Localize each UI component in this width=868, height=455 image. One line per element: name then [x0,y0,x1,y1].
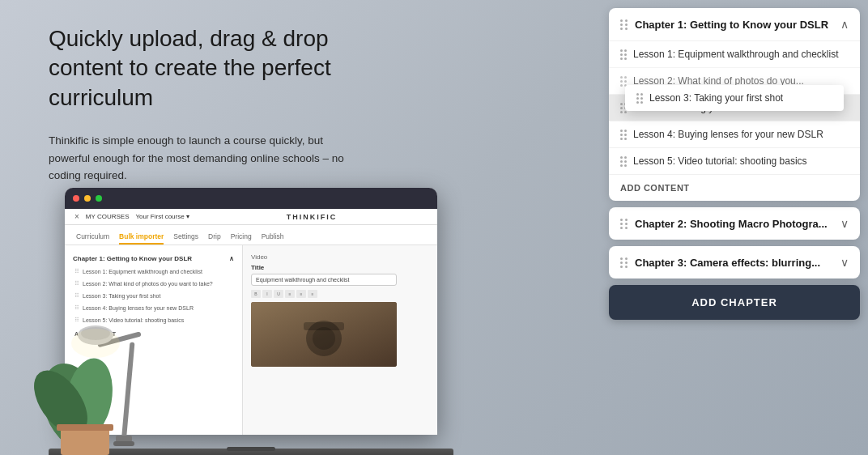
lesson-5-drag [620,156,627,167]
lesson-4-drag [620,130,627,140]
toolbar-btn-6[interactable]: ≡ [308,290,317,298]
headline: Quickly upload, drag & drop content to c… [49,24,356,113]
toolbar-btn-3[interactable]: U [274,290,283,298]
drag-icon-1: ⠿ [74,268,79,275]
thinkific-logo: THINKIFIC [196,213,428,221]
screen-close-icon[interactable]: × [74,212,79,221]
toolbar-btn-2[interactable]: I [262,290,272,298]
chapter-2-card: Chapter 2: Shooting Macro Photogra... ∨ [609,207,860,240]
chapter-3-chevron[interactable]: ∨ [840,256,849,269]
toolbar-btn-5[interactable]: ≡ [296,290,306,298]
lesson-3-drag-floating [636,93,643,104]
svg-rect-9 [121,342,134,439]
lesson-4-item[interactable]: Lesson 4: Buying lenses for your new DSL… [609,121,860,147]
screen-chapter-header: Chapter 1: Getting to Know your DSLR ∧ [71,252,236,266]
chapter-1-title: Chapter 1: Getting to Know your DSLR [635,19,834,31]
screen-chapter-title: Chapter 1: Getting to Know your DSLR [73,255,192,262]
screen-video-label: Video [251,253,429,261]
screen-nav: × MY COURSES Your First course ▾ THINKIF… [65,209,437,225]
svg-rect-8 [57,424,113,431]
svg-rect-7 [61,427,109,455]
lesson-1-drag [620,49,627,60]
drag-dots-3 [620,257,628,268]
tab-publish[interactable]: Publish [262,230,284,245]
chapter-3-header[interactable]: Chapter 3: Camera effects: blurring... ∨ [609,246,860,279]
lamp-plant-decoration [24,277,170,455]
placeholder-svg [251,302,397,367]
svg-rect-15 [113,441,134,446]
chapter-2-title: Chapter 2: Shooting Macro Photogra... [635,218,834,230]
screen-editor-panel: Video Title Equipment walkthrough and ch… [243,245,437,435]
screen-image-placeholder [251,302,397,367]
chapter-3-drag-handle[interactable] [620,257,628,268]
chapter-2-drag-handle[interactable] [620,219,628,229]
tab-drip[interactable]: Drip [208,230,221,245]
dot-green [96,195,102,202]
chapter-3-card: Chapter 3: Camera effects: blurring... ∨ [609,246,860,279]
screen-breadcrumb-prefix: MY COURSES [86,213,130,220]
chapter-1-drag-handle[interactable] [620,19,628,30]
laptop-notch [227,447,275,451]
tab-curriculum[interactable]: Curriculum [76,230,109,245]
svg-rect-14 [116,436,132,442]
screen-toolbar: B I U ≡ ≡ ≡ [251,290,429,298]
toolbar-btn-4[interactable]: ≡ [285,290,295,298]
screen-tabs: Curriculum Bulk importer Settings Drip P… [65,225,437,245]
lesson-3-floating-text: Lesson 3: Taking your first shot [649,92,783,104]
left-content-area: Quickly upload, drag & drop content to c… [49,24,356,185]
add-content-button[interactable]: ADD CONTENT [609,174,860,201]
screen-title-label: Title [251,264,429,271]
dot-yellow [84,195,91,202]
svg-rect-3 [304,322,344,330]
tab-pricing[interactable]: Pricing [231,230,252,245]
tab-settings[interactable]: Settings [173,230,198,245]
screen-lesson-1: ⠿ Lesson 1: Equipment walkthrough and ch… [71,266,236,278]
subtext: Thinkific is simple enough to launch a c… [49,132,356,185]
chapter-1-header[interactable]: Chapter 1: Getting to Know your DSLR ∧ [609,8,860,40]
drag-dots-2 [620,219,628,229]
lesson-5-item[interactable]: Lesson 5: Video tutorial: shooting basic… [609,147,860,174]
dot-red [73,195,79,202]
toolbar-btn-1[interactable]: B [251,290,261,298]
chapter-1-chevron[interactable]: ∧ [840,18,849,31]
add-chapter-button[interactable]: ADD CHAPTER [609,285,860,320]
drag-dots-1 [620,19,628,30]
lesson-1-text: Lesson 1: Equipment walkthrough and chec… [633,49,838,60]
chapter-2-header[interactable]: Chapter 2: Shooting Macro Photogra... ∨ [609,207,860,240]
screen-chapter-chevron[interactable]: ∧ [229,255,234,262]
svg-point-13 [71,329,120,358]
chapter-1-card: Chapter 1: Getting to Know your DSLR ∧ L… [609,8,860,201]
screen-lesson-1-text: Lesson 1: Equipment walkthrough and chec… [83,269,202,274]
svg-point-2 [313,327,335,350]
chapter-3-title: Chapter 3: Camera effects: blurring... [635,257,834,269]
tab-bulk-importer[interactable]: Bulk importer [119,230,164,245]
chapter-2-chevron[interactable]: ∨ [840,217,849,230]
screen-title-input[interactable]: Equipment walkthrough and checklist [251,274,397,286]
screen-breadcrumb[interactable]: Your First course ▾ [135,213,189,220]
right-curriculum-panel: Chapter 1: Getting to Know your DSLR ∧ L… [609,8,860,320]
lesson-4-text: Lesson 4: Buying lenses for your new DSL… [633,129,823,140]
lesson-2-drag [620,76,627,87]
screen-topbar [65,188,437,209]
lesson-3-floating[interactable]: Lesson 3: Taking your first shot [625,85,844,111]
lesson-5-text: Lesson 5: Video tutorial: shooting basic… [633,155,807,167]
lesson-1-item[interactable]: Lesson 1: Equipment walkthrough and chec… [609,40,860,67]
